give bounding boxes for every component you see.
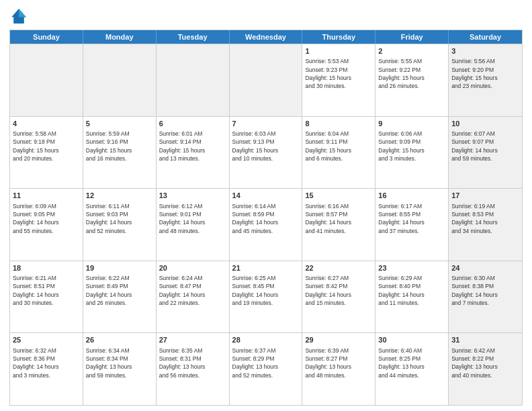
cal-cell-6: 6Sunrise: 6:01 AMSunset: 9:14 PMDaylight… [157, 117, 230, 189]
cal-cell-29: 29Sunrise: 6:39 AMSunset: 8:27 PMDayligh… [302, 333, 375, 405]
calendar-body: 1Sunrise: 5:53 AMSunset: 9:23 PMDaylight… [10, 44, 522, 405]
cal-cell-15: 15Sunrise: 6:16 AMSunset: 8:57 PMDayligh… [302, 189, 375, 261]
day-info: Sunrise: 6:29 AMSunset: 8:40 PMDaylight:… [378, 274, 445, 307]
cal-cell-10: 10Sunrise: 6:07 AMSunset: 9:07 PMDayligh… [449, 117, 522, 189]
day-number: 29 [305, 335, 372, 345]
day-number: 22 [305, 263, 372, 273]
calendar: SundayMondayTuesdayWednesdayThursdayFrid… [9, 30, 523, 406]
day-number: 20 [159, 263, 226, 273]
cal-cell-16: 16Sunrise: 6:17 AMSunset: 8:55 PMDayligh… [375, 189, 449, 261]
day-number: 17 [451, 191, 519, 201]
cal-cell-8: 8Sunrise: 6:04 AMSunset: 9:11 PMDaylight… [302, 117, 375, 189]
day-number: 8 [305, 119, 372, 129]
cal-cell-23: 23Sunrise: 6:29 AMSunset: 8:40 PMDayligh… [375, 261, 449, 333]
cal-cell-9: 9Sunrise: 6:06 AMSunset: 9:09 PMDaylight… [375, 117, 449, 189]
cal-cell-4: 4Sunrise: 5:58 AMSunset: 9:18 PMDaylight… [10, 117, 83, 189]
day-info: Sunrise: 6:42 AMSunset: 8:22 PMDaylight:… [451, 347, 519, 379]
week-row-3: 18Sunrise: 6:21 AMSunset: 8:51 PMDayligh… [10, 261, 522, 333]
day-number: 13 [159, 191, 226, 201]
day-number: 3 [451, 46, 519, 56]
week-row-2: 11Sunrise: 6:09 AMSunset: 9:05 PMDayligh… [10, 188, 522, 261]
cal-cell-26: 26Sunrise: 6:34 AMSunset: 8:34 PMDayligh… [83, 333, 157, 405]
cal-cell-empty-0-3 [230, 44, 303, 116]
day-info: Sunrise: 6:12 AMSunset: 9:01 PMDaylight:… [159, 202, 226, 235]
day-number: 9 [378, 119, 445, 129]
day-info: Sunrise: 6:39 AMSunset: 8:27 PMDaylight:… [305, 347, 372, 379]
day-number: 24 [451, 263, 519, 273]
day-info: Sunrise: 6:22 AMSunset: 8:49 PMDaylight:… [86, 274, 153, 307]
day-info: Sunrise: 6:14 AMSunset: 8:59 PMDaylight:… [232, 202, 300, 235]
day-info: Sunrise: 6:16 AMSunset: 8:57 PMDaylight:… [305, 202, 372, 235]
header-day-thursday: Thursday [302, 30, 375, 44]
day-info: Sunrise: 6:35 AMSunset: 8:31 PMDaylight:… [159, 347, 226, 379]
day-number: 30 [378, 335, 445, 345]
day-number: 31 [451, 335, 519, 345]
cal-cell-24: 24Sunrise: 6:30 AMSunset: 8:38 PMDayligh… [449, 261, 522, 333]
day-info: Sunrise: 6:09 AMSunset: 9:05 PMDaylight:… [13, 202, 80, 235]
day-number: 27 [159, 335, 226, 345]
cal-cell-31: 31Sunrise: 6:42 AMSunset: 8:22 PMDayligh… [449, 333, 522, 405]
cal-cell-5: 5Sunrise: 5:59 AMSunset: 9:16 PMDaylight… [83, 117, 157, 189]
logo [9, 7, 31, 26]
day-info: Sunrise: 6:34 AMSunset: 8:34 PMDaylight:… [86, 347, 153, 379]
day-info: Sunrise: 6:01 AMSunset: 9:14 PMDaylight:… [159, 130, 226, 163]
day-info: Sunrise: 6:24 AMSunset: 8:47 PMDaylight:… [159, 274, 226, 307]
header-day-sunday: Sunday [10, 30, 83, 44]
day-number: 1 [305, 46, 372, 56]
cal-cell-14: 14Sunrise: 6:14 AMSunset: 8:59 PMDayligh… [230, 189, 303, 261]
day-info: Sunrise: 5:59 AMSunset: 9:16 PMDaylight:… [86, 130, 153, 163]
day-info: Sunrise: 6:21 AMSunset: 8:51 PMDaylight:… [13, 274, 80, 307]
day-number: 10 [451, 119, 519, 129]
day-number: 11 [13, 191, 80, 201]
cal-cell-18: 18Sunrise: 6:21 AMSunset: 8:51 PMDayligh… [10, 261, 83, 333]
day-info: Sunrise: 6:30 AMSunset: 8:38 PMDaylight:… [451, 274, 519, 307]
header-day-friday: Friday [375, 30, 449, 44]
day-number: 26 [86, 335, 153, 345]
cal-cell-7: 7Sunrise: 6:03 AMSunset: 9:13 PMDaylight… [230, 117, 303, 189]
week-row-0: 1Sunrise: 5:53 AMSunset: 9:23 PMDaylight… [10, 44, 522, 116]
cal-cell-1: 1Sunrise: 5:53 AMSunset: 9:23 PMDaylight… [302, 44, 375, 116]
day-number: 2 [378, 46, 445, 56]
day-info: Sunrise: 5:53 AMSunset: 9:23 PMDaylight:… [305, 57, 372, 90]
day-number: 14 [232, 191, 300, 201]
cal-cell-28: 28Sunrise: 6:37 AMSunset: 8:29 PMDayligh… [230, 333, 303, 405]
svg-marker-1 [19, 9, 26, 17]
day-number: 16 [378, 191, 445, 201]
cal-cell-empty-0-2 [157, 44, 230, 116]
cal-cell-25: 25Sunrise: 6:32 AMSunset: 8:36 PMDayligh… [10, 333, 83, 405]
day-info: Sunrise: 6:32 AMSunset: 8:36 PMDaylight:… [13, 347, 80, 379]
cal-cell-30: 30Sunrise: 6:40 AMSunset: 8:25 PMDayligh… [375, 333, 449, 405]
cal-cell-17: 17Sunrise: 6:19 AMSunset: 8:53 PMDayligh… [449, 189, 522, 261]
cal-cell-11: 11Sunrise: 6:09 AMSunset: 9:05 PMDayligh… [10, 189, 83, 261]
cal-cell-20: 20Sunrise: 6:24 AMSunset: 8:47 PMDayligh… [157, 261, 230, 333]
cal-cell-12: 12Sunrise: 6:11 AMSunset: 9:03 PMDayligh… [83, 189, 157, 261]
day-info: Sunrise: 6:04 AMSunset: 9:11 PMDaylight:… [305, 130, 372, 163]
header [9, 7, 523, 26]
day-info: Sunrise: 5:58 AMSunset: 9:18 PMDaylight:… [13, 130, 80, 163]
header-day-monday: Monday [83, 30, 157, 44]
day-number: 6 [159, 119, 226, 129]
cal-cell-empty-0-0 [10, 44, 83, 116]
day-info: Sunrise: 6:40 AMSunset: 8:25 PMDaylight:… [378, 347, 445, 379]
header-day-tuesday: Tuesday [157, 30, 230, 44]
day-number: 7 [232, 119, 300, 129]
day-info: Sunrise: 6:11 AMSunset: 9:03 PMDaylight:… [86, 202, 153, 235]
cal-cell-19: 19Sunrise: 6:22 AMSunset: 8:49 PMDayligh… [83, 261, 157, 333]
header-day-wednesday: Wednesday [230, 30, 303, 44]
day-number: 12 [86, 191, 153, 201]
day-number: 21 [232, 263, 300, 273]
cal-cell-22: 22Sunrise: 6:27 AMSunset: 8:42 PMDayligh… [302, 261, 375, 333]
day-info: Sunrise: 5:56 AMSunset: 9:20 PMDaylight:… [451, 57, 519, 90]
day-info: Sunrise: 6:25 AMSunset: 8:45 PMDaylight:… [232, 274, 300, 307]
day-info: Sunrise: 6:19 AMSunset: 8:53 PMDaylight:… [451, 202, 519, 235]
calendar-header: SundayMondayTuesdayWednesdayThursdayFrid… [10, 30, 522, 44]
header-day-saturday: Saturday [449, 30, 522, 44]
cal-cell-27: 27Sunrise: 6:35 AMSunset: 8:31 PMDayligh… [157, 333, 230, 405]
cal-cell-13: 13Sunrise: 6:12 AMSunset: 9:01 PMDayligh… [157, 189, 230, 261]
day-info: Sunrise: 5:55 AMSunset: 9:22 PMDaylight:… [378, 57, 445, 90]
day-info: Sunrise: 6:07 AMSunset: 9:07 PMDaylight:… [451, 130, 519, 163]
day-number: 25 [13, 335, 80, 345]
day-number: 23 [378, 263, 445, 273]
day-number: 5 [86, 119, 153, 129]
day-info: Sunrise: 6:03 AMSunset: 9:13 PMDaylight:… [232, 130, 300, 163]
